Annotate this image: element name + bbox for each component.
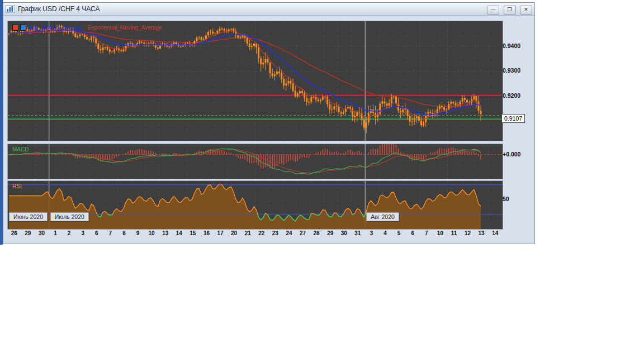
time-axis-label[interactable]: 17 xyxy=(214,230,228,236)
time-axis-label[interactable]: 21 xyxy=(241,230,255,236)
time-axis-label[interactable]: 26 xyxy=(7,230,21,236)
candlestick-canvas xyxy=(8,21,503,141)
time-axis-label[interactable]: 7 xyxy=(103,230,117,236)
time-axis-label[interactable]: 5 xyxy=(392,230,406,236)
rsi-canvas xyxy=(8,181,503,229)
time-axis-label[interactable]: 10 xyxy=(433,230,447,236)
price-axis-label: 0.9400 xyxy=(503,42,520,49)
month-tag: Июнь 2020 xyxy=(9,212,48,221)
time-axis-label[interactable]: 4 xyxy=(378,230,392,236)
time-axis-label[interactable]: 14 xyxy=(172,230,186,236)
time-axis-label[interactable]: 29 xyxy=(21,230,35,236)
main-chart-pane[interactable]: ntial_Moving_Average Exponential_Moving_… xyxy=(7,21,503,141)
indicator-legend: ntial_Moving_Average Exponential_Moving_… xyxy=(12,25,166,31)
desktop: График USD /CHF 4 ЧАСА — ❐ ✕ ntial_Movin… xyxy=(0,0,644,362)
current-price-tag: 0.9107 xyxy=(501,114,525,123)
time-axis-label[interactable]: 13 xyxy=(475,230,489,236)
time-axis-label[interactable]: 20 xyxy=(227,230,241,236)
time-axis-label[interactable]: 30 xyxy=(35,230,49,236)
time-axis-label[interactable]: 3 xyxy=(364,230,378,236)
time-axis-label[interactable]: 16 xyxy=(200,230,214,236)
rsi-pane[interactable]: RSI xyxy=(7,180,503,230)
month-tag: Авг 2020 xyxy=(366,212,399,221)
rsi-title: RSI xyxy=(12,183,22,189)
legend-ema-red-label: Exponential_Moving_Average xyxy=(88,25,162,31)
time-axis-label[interactable]: 24 xyxy=(282,230,296,236)
ma-blue-swatch[interactable] xyxy=(20,25,26,31)
month-tag: Июль 2020 xyxy=(50,212,89,221)
time-axis-label[interactable]: 1 xyxy=(49,230,63,236)
time-axis-label[interactable]: 8 xyxy=(117,230,131,236)
time-axis-label[interactable]: 15 xyxy=(186,230,200,236)
time-axis-label[interactable]: 22 xyxy=(255,230,269,236)
price-axis-label: 0.9200 xyxy=(503,92,520,99)
minimize-button[interactable]: — xyxy=(487,6,499,15)
time-axis-label[interactable]: 14 xyxy=(488,230,502,236)
time-axis-label[interactable]: 30 xyxy=(337,230,351,236)
time-axis-label[interactable]: 6 xyxy=(406,230,420,236)
time-axis-label[interactable]: 6 xyxy=(90,230,104,236)
time-axis-label[interactable]: 13 xyxy=(158,230,172,236)
time-axis-label[interactable]: 3 xyxy=(76,230,90,236)
legend-ema-blue-label: ntial_Moving_Average xyxy=(28,25,83,31)
time-axis-label[interactable]: 12 xyxy=(461,230,475,236)
close-button[interactable]: ✕ xyxy=(520,6,532,15)
restore-button[interactable]: ❐ xyxy=(504,6,516,15)
time-axis-label[interactable]: 2 xyxy=(62,230,76,236)
macd-pane[interactable]: MACD xyxy=(7,144,503,179)
macd-title: MACD xyxy=(12,146,29,153)
time-axis-label[interactable]: 9 xyxy=(131,230,145,236)
time-axis-label[interactable]: 28 xyxy=(310,230,324,236)
window-controls: — ❐ ✕ xyxy=(485,3,532,15)
ma-red-swatch[interactable] xyxy=(12,25,18,31)
chart-icon xyxy=(6,5,15,13)
time-axis-label[interactable]: 11 xyxy=(447,230,461,236)
time-axis-label[interactable]: 31 xyxy=(351,230,365,236)
time-axis-label[interactable]: 29 xyxy=(323,230,337,236)
price-axis-label: 0.9300 xyxy=(503,67,520,74)
macd-zero-label: +0.000 xyxy=(503,151,520,158)
time-axis-label[interactable]: 10 xyxy=(145,230,159,236)
macd-canvas xyxy=(8,144,503,179)
chart-client-area: ntial_Moving_Average Exponential_Moving_… xyxy=(3,16,534,244)
rsi-mid-label: 50 xyxy=(503,196,509,202)
window-title: График USD /CHF 4 ЧАСА xyxy=(18,5,485,13)
titlebar[interactable]: График USD /CHF 4 ЧАСА — ❐ ✕ xyxy=(3,3,534,16)
chart-window: График USD /CHF 4 ЧАСА — ❐ ✕ ntial_Movin… xyxy=(3,2,535,244)
time-axis-label[interactable]: 27 xyxy=(296,230,310,236)
time-axis-label[interactable]: 23 xyxy=(268,230,282,236)
time-axis-label[interactable]: 7 xyxy=(420,230,434,236)
